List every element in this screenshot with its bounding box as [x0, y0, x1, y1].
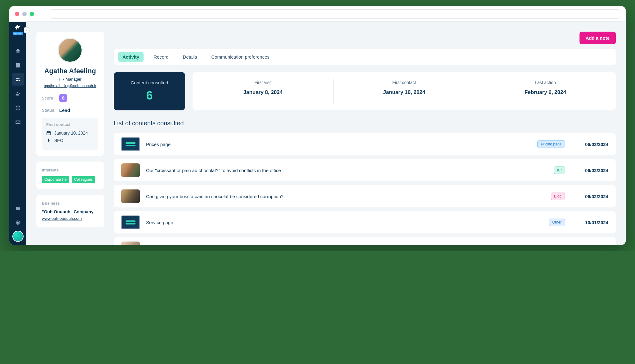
sidebar-expand-button[interactable]: ›	[24, 27, 29, 33]
stat-cell-value: February 6, 2024	[478, 89, 613, 95]
content-title: Service page	[146, 220, 543, 225]
mail-icon	[15, 119, 21, 125]
nav-targets[interactable]	[12, 102, 24, 114]
stat-cell: First visitJanuary 8, 2024	[193, 79, 334, 104]
content-item[interactable]: Service pageOther10/01/2024	[114, 211, 616, 233]
app-logo: STAR	[12, 24, 24, 39]
bird-icon	[14, 24, 22, 31]
tab-details[interactable]: Details	[179, 52, 202, 62]
content-date: 06/02/2024	[571, 194, 608, 199]
nav-home[interactable]	[12, 45, 24, 57]
svg-point-5	[18, 108, 18, 108]
stat-cell: First contactJanuary 10, 2024	[334, 79, 475, 104]
star-badge: STAR	[13, 32, 23, 35]
first-contact-box: First contact January 10, 2024 SEO	[42, 118, 98, 150]
book-icon	[15, 62, 21, 68]
nav-files[interactable]	[12, 202, 24, 215]
window-minimize-icon[interactable]	[22, 12, 27, 16]
home-icon	[15, 48, 21, 54]
tab-communication-preferences[interactable]: Communication preferences	[207, 52, 274, 62]
status-value: Lead	[59, 108, 70, 113]
profile-card: Agathe Afeeling HR Manager agathe.afeeli…	[36, 32, 104, 156]
tab-record[interactable]: Record	[149, 52, 173, 62]
content-badge: Kit	[554, 166, 565, 174]
content-item[interactable]: Prices pagePricing page06/02/2024	[114, 133, 616, 155]
window-maximize-icon[interactable]	[30, 12, 34, 16]
gear-icon	[15, 220, 21, 225]
content-thumbnail	[121, 242, 140, 245]
avatar	[58, 38, 82, 63]
nav-mail[interactable]	[12, 116, 24, 128]
people-icon	[15, 77, 21, 82]
nav-library[interactable]	[12, 59, 24, 71]
score-label: Score :	[42, 96, 56, 100]
target-icon	[15, 105, 21, 111]
content-thumbnail	[121, 163, 140, 177]
content-date: 10/01/2024	[571, 220, 608, 225]
content-title: Our "croissant or pain au chocolat?" to …	[146, 168, 548, 173]
nav-add-user[interactable]	[12, 87, 24, 100]
stat-cell-value: January 8, 2024	[196, 89, 330, 95]
stat-cell-label: First contact	[337, 80, 471, 85]
user-plus-icon	[15, 91, 21, 96]
score-badge: 8	[59, 94, 67, 102]
interests-card: Interests Corporate lifeColleagues	[36, 162, 104, 189]
content-item[interactable]	[114, 237, 616, 245]
content-title: Can giving your boss a pain au chocolat …	[146, 194, 544, 199]
stat-cell-value: January 10, 2024	[337, 89, 471, 95]
content-thumbnail	[121, 215, 140, 229]
first-contact-date: January 10, 2024	[54, 131, 88, 135]
svg-point-0	[16, 78, 18, 79]
content-badge: Pricing page	[537, 140, 565, 148]
svg-point-1	[18, 78, 20, 79]
person-title: HR Manager	[42, 77, 98, 82]
content-item[interactable]: Our "croissant or pain au chocolat?" to …	[114, 159, 616, 181]
svg-point-6	[17, 222, 19, 224]
interest-tag: Colleagues	[72, 176, 95, 183]
content-item[interactable]: Can giving your boss a pain au chocolat …	[114, 185, 616, 207]
nav-settings[interactable]	[12, 216, 24, 229]
interest-tag: Corporate life	[42, 176, 69, 183]
content-badge: Other	[549, 219, 565, 226]
first-contact-heading: First contact	[46, 122, 94, 127]
url-bar[interactable]	[50, 9, 620, 19]
org-logo-icon[interactable]	[12, 231, 24, 242]
stat-cell-label: First visit	[196, 80, 330, 85]
content-title: Prices page	[146, 142, 531, 147]
tabs: Activity Record Details Communication pr…	[114, 49, 616, 65]
stats-card: First visitJanuary 8, 2024First contactJ…	[193, 72, 616, 110]
business-url-link[interactable]: www.ouh-ouuuuh.com	[42, 216, 82, 221]
person-name: Agathe Afeeling	[42, 67, 98, 75]
stat-consulted-value: 6	[120, 89, 179, 102]
person-email-link[interactable]: agathe.afeeling@ouh-ouuuuh.fr	[44, 84, 96, 88]
list-heading: List of contents consulted	[114, 120, 616, 127]
titlebar	[9, 6, 626, 22]
stat-cell-label: Last action	[478, 80, 613, 85]
pin-icon	[46, 138, 51, 143]
svg-rect-7	[47, 131, 51, 135]
content-date: 06/02/2024	[571, 142, 608, 147]
business-card: Business "Ouh Ouuuuh" Company www.ouh-ou…	[36, 195, 104, 227]
status-label: Status:	[42, 108, 56, 113]
stat-cell: Last actionFebruary 6, 2024	[475, 79, 616, 104]
first-contact-source: SEO	[54, 138, 64, 143]
calendar-icon	[46, 131, 51, 135]
stat-content-consulted: Content consulted 6	[114, 72, 185, 110]
content-badge: Blog	[551, 193, 565, 200]
add-note-button[interactable]: Add a note	[579, 32, 616, 44]
folder-icon	[15, 206, 21, 211]
content-thumbnail	[121, 137, 140, 151]
browser-frame: › STAR	[9, 6, 626, 245]
content-date: 06/02/2024	[571, 168, 608, 173]
business-heading: Business	[42, 201, 98, 206]
stat-consulted-label: Content consulted	[120, 80, 179, 85]
content-thumbnail	[121, 189, 140, 203]
window-close-icon[interactable]	[15, 12, 19, 16]
svg-point-2	[16, 92, 18, 94]
nav-contacts[interactable]	[12, 73, 24, 86]
interests-heading: Interests	[42, 168, 98, 172]
business-name: "Ouh Ouuuuh" Company	[42, 209, 98, 214]
tab-activity[interactable]: Activity	[118, 52, 144, 62]
sidebar: › STAR	[9, 22, 26, 245]
